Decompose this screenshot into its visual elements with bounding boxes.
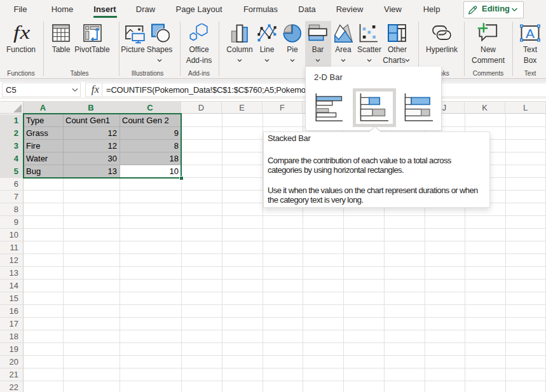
svg-text:A: A: [526, 26, 535, 41]
